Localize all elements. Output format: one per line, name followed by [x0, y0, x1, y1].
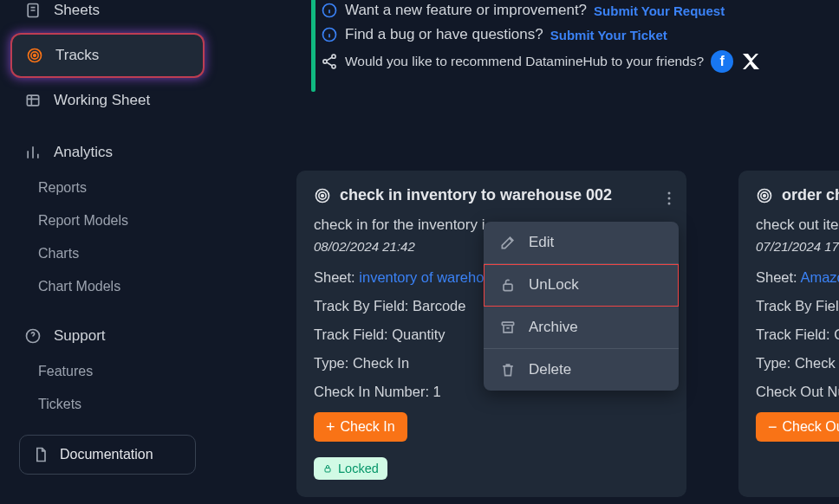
share-icon [321, 53, 338, 70]
sidebar-label: Sheets [54, 2, 100, 19]
archive-icon [499, 319, 517, 336]
card-dropdown-menu: Edit UnLock Archive Delete [484, 222, 679, 391]
svg-point-15 [668, 197, 671, 200]
sidebar-item-reports[interactable]: Reports [0, 171, 215, 204]
svg-point-13 [322, 194, 324, 197]
sidebar-label: Tracks [55, 47, 99, 64]
sidebar-item-features[interactable]: Features [0, 355, 215, 388]
analytics-icon [24, 144, 42, 161]
minus-icon: − [768, 419, 777, 435]
sidebar-item-tracks[interactable]: Tracks [12, 35, 203, 76]
card-trackfield-row: Track Field: Qua [756, 326, 839, 343]
svg-rect-21 [504, 284, 512, 291]
svg-point-20 [764, 194, 766, 197]
sidebar-item-charts[interactable]: Charts [0, 237, 215, 270]
sidebar-item-report-models[interactable]: Report Models [0, 204, 215, 237]
target-icon [314, 187, 331, 204]
dropdown-edit[interactable]: Edit [484, 222, 679, 264]
cta-share: Would you like to recommend DatamineHub … [315, 47, 839, 76]
support-icon [24, 327, 42, 345]
more-button[interactable] [664, 188, 674, 212]
sidebar: Sheets Tracks Working Sheet Analytics Re… [0, 0, 215, 504]
card-title: order che [782, 186, 839, 204]
sidebar-label: Documentation [60, 447, 153, 462]
sheets-icon [24, 2, 42, 19]
document-icon [32, 446, 49, 463]
delete-icon [499, 361, 517, 378]
working-sheet-icon [24, 92, 42, 109]
target-icon [756, 187, 773, 204]
svg-point-14 [668, 192, 671, 195]
submit-ticket-link[interactable]: Submit Your Ticket [550, 28, 667, 42]
sidebar-item-chart-models[interactable]: Chart Models [0, 270, 215, 303]
facebook-icon[interactable]: f [711, 50, 733, 73]
card-date: 07/21/2024 17:3 [756, 239, 839, 254]
unlock-icon [499, 276, 517, 294]
card-type-row: Type: Check Ou [756, 355, 839, 372]
check-out-button[interactable]: − Check Out [756, 412, 839, 442]
card-trackby-row: Track By Field: S [756, 298, 839, 314]
tracks-icon [26, 47, 43, 64]
submit-request-link[interactable]: Submit Your Request [594, 3, 725, 18]
dropdown-unlock[interactable]: UnLock [484, 264, 679, 307]
sidebar-label: Working Sheet [54, 92, 150, 109]
track-card: order che check out item 07/21/2024 17:3… [738, 171, 839, 497]
info-icon [321, 26, 338, 43]
info-icon [321, 2, 338, 19]
card-title: check in inventory to warehouse 002 [340, 186, 612, 204]
sidebar-item-sheets[interactable]: Sheets [0, 0, 215, 29]
svg-rect-22 [502, 322, 513, 325]
sidebar-label: Analytics [54, 144, 113, 161]
dropdown-delete[interactable]: Delete [484, 349, 679, 391]
svg-point-3 [34, 55, 36, 57]
svg-point-16 [668, 203, 671, 205]
sidebar-item-working-sheet[interactable]: Working Sheet [0, 81, 215, 120]
svg-rect-4 [27, 95, 38, 106]
cta-bug: Find a bug or have questions? Submit You… [315, 23, 839, 47]
dropdown-archive[interactable]: Archive [484, 307, 679, 349]
card-number-row: Check Out Num [756, 384, 839, 400]
sidebar-label: Support [54, 327, 106, 345]
sheet-link[interactable]: Amazon [800, 269, 839, 285]
sidebar-item-tickets[interactable]: Tickets [0, 388, 215, 421]
edit-icon [499, 234, 517, 251]
svg-rect-17 [325, 468, 330, 473]
sidebar-item-analytics[interactable]: Analytics [0, 133, 215, 171]
cta-feature: Want a new feature or improvement? Submi… [315, 0, 839, 23]
x-twitter-icon[interactable] [740, 51, 761, 72]
sidebar-item-support[interactable]: Support [0, 317, 215, 355]
plus-icon: + [326, 419, 335, 435]
check-in-button[interactable]: + Check In [314, 412, 407, 442]
sidebar-item-documentation[interactable]: Documentation [19, 435, 196, 475]
card-sheet-row: Sheet: Amazon [756, 269, 839, 286]
locked-badge: Locked [314, 457, 387, 480]
card-description: check out item [756, 216, 839, 234]
